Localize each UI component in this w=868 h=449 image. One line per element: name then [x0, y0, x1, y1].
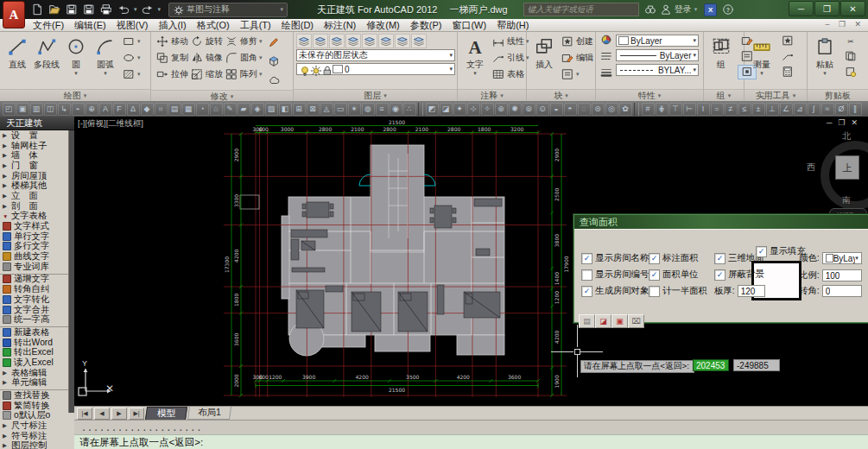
layer-tool-icon-5[interactable] [378, 34, 394, 48]
tarch-tool-icon-2-15[interactable]: ∥ [849, 103, 862, 116]
option-1-0[interactable]: 显示房间编号 [581, 269, 649, 281]
viewcube[interactable]: 北 西 东 南 上 WCS▾ [807, 130, 868, 227]
option-2-0[interactable]: ✓生成房间对象 [581, 285, 649, 297]
tarch-tool-icon-0-7[interactable]: A [99, 103, 112, 116]
insert-block-button[interactable]: 插入 [529, 34, 559, 72]
tab-nav-first[interactable]: |◀ [77, 408, 92, 420]
tab-model[interactable]: 模型 [145, 407, 187, 421]
panel-title-properties[interactable]: 特性▾ [596, 89, 703, 101]
linear-dim-button[interactable]: 线性▾ [491, 34, 529, 49]
tarch-tool-icon-0-10[interactable]: ◆ [141, 103, 154, 116]
sidebar-title[interactable]: 天正建筑 [0, 117, 74, 130]
panel-title-clipboard[interactable]: 剪贴板 [808, 89, 868, 101]
array-button[interactable]: 阵列▾ [225, 66, 263, 82]
viewport-controls[interactable]: [-][俯视][二维线框] [78, 118, 143, 130]
mirror-button[interactable]: 镜像 [190, 50, 223, 66]
measure-button[interactable]: 测量▾ [747, 34, 776, 76]
tarch-tool-icon-2-2[interactable]: ⊤ [669, 103, 682, 116]
checkbox-option-0-0[interactable]: ✓ [581, 253, 592, 264]
menu-item-10[interactable]: 窗口(W) [447, 19, 491, 32]
tab-nav-last[interactable]: ▶| [129, 408, 144, 420]
id-point-button[interactable] [778, 49, 797, 64]
new-file-icon[interactable] [29, 3, 45, 16]
edit-polyline-button[interactable] [264, 34, 283, 52]
menu-item-2[interactable]: 视图(V) [111, 19, 154, 32]
tarch-tool-icon-0-11[interactable]: ⌗ [155, 103, 168, 116]
dialog-tool-0[interactable]: ▤ [579, 314, 595, 328]
copy-button[interactable]: 复制 [155, 50, 188, 66]
redo-icon[interactable] [140, 3, 155, 16]
tarch-tool-icon-0-17[interactable]: ▰ [238, 103, 250, 116]
line-button[interactable]: 直线 [3, 34, 32, 72]
tarch-tool-icon-0-3[interactable]: ◫ [44, 103, 57, 116]
option-0-1[interactable]: ✓标注面积 [649, 252, 699, 264]
tarch-tool-icon-0-13[interactable]: ▦ [182, 103, 195, 116]
checkbox-option-1-1[interactable]: ✓ [649, 269, 660, 281]
slab-input[interactable]: 120 [738, 285, 765, 297]
checkbox-option-2-1[interactable] [649, 286, 660, 297]
checkbox-option-1-2[interactable]: ✓ [714, 269, 725, 281]
tarch-tool-icon-0-6[interactable]: ⊕ [86, 103, 98, 116]
tarch-tool-icon-0-20[interactable]: ◧ [279, 103, 292, 116]
menu-item-4[interactable]: 格式(O) [192, 19, 235, 32]
tarch-tool-icon-1-3[interactable]: ⊹ [467, 103, 480, 116]
tarch-tool-icon-2-12[interactable]: ∫ [808, 103, 820, 116]
paste-special-button[interactable] [841, 65, 860, 79]
tarch-tool-icon-0-8[interactable]: F [113, 103, 126, 116]
tarch-tool-icon-2-11[interactable]: ⊿ [794, 103, 807, 116]
panel-title-modify[interactable]: 修改▾ [151, 90, 293, 102]
tarch-tool-icon-1-0[interactable]: ◩ [426, 103, 439, 116]
tarch-tool-icon-0-27[interactable]: ≡ [376, 103, 389, 116]
layer-tool-icon-2[interactable] [329, 34, 345, 48]
dynamic-input-y[interactable]: -249885 [733, 359, 780, 371]
layer-tool-icon-1[interactable] [313, 34, 328, 48]
tarch-tool-icon-1-5[interactable]: ⊛ [495, 103, 508, 116]
tarch-tool-icon-0-29[interactable]: ∴ [403, 103, 416, 116]
panel-title-draw[interactable]: 绘图▾ [0, 89, 150, 101]
menu-item-11[interactable]: 帮助(H) [491, 19, 534, 32]
tarch-tool-icon-0-14[interactable]: ◔ [196, 103, 209, 116]
fillet-button[interactable]: 圆角▾ [225, 50, 263, 66]
tarch-tool-icon-0-26[interactable]: ◍ [362, 103, 375, 116]
viewcube-top-face[interactable]: 上 [835, 155, 859, 180]
block-attr-button[interactable]: ▾ [561, 66, 593, 82]
tarch-tool-icon-1-1[interactable]: ◪ [440, 103, 453, 116]
drawing-window-controls[interactable]: ─❐✕ [827, 118, 858, 127]
undo-icon[interactable] [116, 3, 131, 16]
tab-nav-prev[interactable]: ◀ [94, 408, 110, 420]
layer-state-dropdown[interactable]: 未保存的图层状态▾ [296, 49, 455, 61]
rotation-input[interactable]: 0 [822, 285, 862, 297]
tarch-tool-icon-2-9[interactable]: ⊥ [766, 103, 779, 116]
leader-button[interactable]: 引线▾ [491, 50, 529, 66]
menu-item-1[interactable]: 编辑(E) [69, 19, 111, 32]
checkbox-option-fill[interactable]: ✓ [756, 246, 767, 257]
tarch-tool-icon-2-7[interactable]: ≤ [738, 103, 751, 116]
autocad-logo-button[interactable]: A [3, 1, 25, 28]
tarch-tool-icon-1-6[interactable]: ✺ [509, 103, 522, 116]
linetype-icon[interactable] [600, 50, 612, 64]
dynamic-input-x[interactable]: 202453 [693, 359, 729, 371]
menu-item-8[interactable]: 修改(M) [361, 19, 405, 32]
scale-button[interactable]: 缩放 [190, 66, 223, 82]
tarch-tool-icon-2-14[interactable]: Ø [835, 103, 848, 116]
document-window-controls[interactable]: – ❐ ✕ [825, 20, 865, 28]
color-dropdown[interactable]: ByLayer▾ [822, 252, 862, 264]
tarch-tool-icon-2-10[interactable]: ∠ [780, 103, 793, 116]
tarch-tool-icon-2-1[interactable]: ⋕ [656, 103, 668, 116]
search-input[interactable]: 键入关键字或短语 [523, 3, 639, 16]
tab-nav-next[interactable]: ▶ [111, 408, 127, 420]
sign-in-button[interactable]: 登录 ▾ [660, 3, 698, 16]
help-icon[interactable]: ? [720, 3, 736, 16]
tarch-tool-icon-0-15[interactable]: ⌂ [210, 103, 223, 116]
save-icon[interactable] [64, 3, 79, 16]
layer-tool-icon-3[interactable] [345, 34, 361, 48]
tarch-tool-icon-1-4[interactable]: ✧ [481, 103, 494, 116]
dialog-tool-3[interactable]: ⌧ [628, 314, 644, 328]
rectangle-button[interactable]: ▾ [122, 34, 141, 49]
tab-layout1[interactable]: 布局1 [187, 407, 231, 420]
ellipse-button[interactable]: ▾ [122, 50, 141, 66]
tarch-tool-icon-1-10[interactable]: ◓ [564, 103, 577, 116]
maximize-button[interactable]: ❐ [814, 1, 839, 16]
drawing-canvas[interactable]: [-][俯视][二维线框] ─❐✕ [74, 117, 868, 406]
option-2-1[interactable]: 计一半面积 [649, 285, 707, 297]
